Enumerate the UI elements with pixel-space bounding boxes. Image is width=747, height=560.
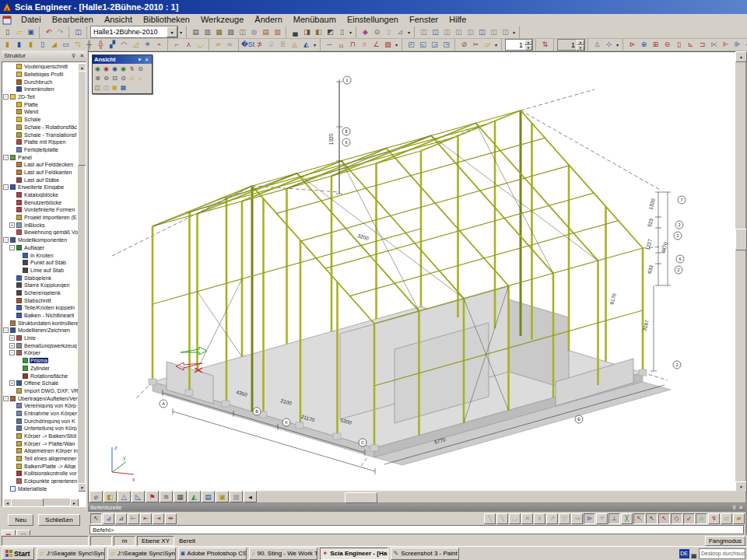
tree-item[interactable]: +Bemaßungswerkzeug xyxy=(3,341,78,349)
taskbar-task[interactable]: ✎Screenshot 3 - Paint xyxy=(391,548,459,560)
info-document-icon[interactable]: ▯ xyxy=(383,26,395,37)
draw-circle-icon[interactable]: ○ xyxy=(359,40,370,51)
zoom-all-icon[interactable]: ◉ xyxy=(93,65,102,73)
tree-item[interactable]: Rotationsfläche xyxy=(3,372,78,380)
tree-item[interactable]: +InBlocks xyxy=(3,221,78,229)
tree-item[interactable]: Linie auf Stab xyxy=(3,267,78,275)
taskbar-task[interactable]: ✦Scia Engineer - [Halle... xyxy=(320,548,388,560)
menu-einstellungen[interactable]: Einstellungen xyxy=(342,14,404,26)
tree-item[interactable]: Unterteilung von Körp xyxy=(3,425,78,432)
menu-datei[interactable]: Datei xyxy=(16,14,47,26)
snap-greencross-icon[interactable]: ╳ xyxy=(621,513,633,524)
node-snap8-icon[interactable]: ⋉ xyxy=(708,40,720,51)
node-snap5-icon[interactable]: ▯ xyxy=(673,40,685,51)
tree-item[interactable]: +Offene Schale xyxy=(3,380,78,387)
undo-icon[interactable]: ↶ xyxy=(43,26,54,37)
window-layout8-icon[interactable]: ◫ xyxy=(500,26,511,37)
language-indicator[interactable]: DE xyxy=(679,549,689,558)
view-doc-icon[interactable]: ▣ xyxy=(110,83,119,92)
load-panel-icon[interactable]: ⌐ xyxy=(171,40,183,51)
expand-icon[interactable]: + xyxy=(9,343,15,348)
dimension-view-icon[interactable]: ≋ xyxy=(160,491,173,502)
tree-item[interactable]: Allgemeinen Körper in xyxy=(3,447,78,455)
trim-left-icon[interactable]: ⇤ xyxy=(140,513,152,524)
snap-tangent-icon[interactable]: ↙ xyxy=(683,513,695,524)
collapse-icon[interactable]: − xyxy=(3,155,9,160)
menu-ansicht[interactable]: Ansicht xyxy=(99,14,138,26)
window-layout5-icon[interactable]: ◫ xyxy=(465,26,476,37)
member-check-icon[interactable]: ⍗ xyxy=(265,40,277,51)
model-viewport[interactable]: z y x 4350210021170530057706170132052312… xyxy=(88,51,735,491)
snap-ortho-icon[interactable]: ◇ xyxy=(671,513,682,524)
tree-hscroll-thumb[interactable] xyxy=(11,499,44,507)
trim-both-icon[interactable]: ⇹ xyxy=(165,513,177,524)
tree-item[interactable]: Innenknoten xyxy=(3,86,78,93)
snap-midpoint-icon[interactable]: ↖ xyxy=(646,513,658,524)
label-view-icon[interactable]: ⚑ xyxy=(146,491,159,502)
view-axis-icon[interactable]: ⊹ xyxy=(603,40,615,51)
menu-ändern[interactable]: Ändern xyxy=(249,14,287,26)
snap-line2-icon[interactable]: ╲ xyxy=(496,513,508,524)
node-snap4-icon[interactable]: ⊜ xyxy=(661,40,673,51)
pin-icon[interactable]: ⚲ xyxy=(69,51,78,60)
view-grid-icon[interactable]: ▦ xyxy=(119,83,128,92)
tree-item[interactable]: Balken - Nichtlinearit xyxy=(3,312,78,320)
menu-werkzeuge[interactable]: Werkzeuge xyxy=(195,14,249,26)
project-combo[interactable]: Halle1-2Bühne-2010▾ xyxy=(90,26,178,38)
chevron-down-icon[interactable]: ▾ xyxy=(167,26,177,37)
tree-item[interactable]: Fertigteilplatte xyxy=(3,146,78,154)
clip-plane-icon[interactable]: ↯ xyxy=(128,65,136,73)
menu-bearbeiten[interactable]: Bearbeiten xyxy=(47,14,99,26)
snap-tri-icon[interactable]: ▽ xyxy=(559,513,570,524)
ansicht-floating-toolbar[interactable]: Ansicht ▼ ✕ ◉◉◉◉↯⊙⊕⊖⊡⊙▱☼◫◫▣▦ xyxy=(92,54,153,94)
collapse-icon[interactable]: − xyxy=(3,94,9,100)
tree-item[interactable]: Beliebiges Profil xyxy=(3,71,78,79)
expand-icon[interactable]: + xyxy=(9,222,15,228)
tree-item[interactable]: −Modellkomponenten xyxy=(3,236,78,244)
tree-item[interactable]: −Körper xyxy=(3,349,78,357)
cursor-icon[interactable]: ↖ xyxy=(90,513,102,524)
view-settings-icon[interactable]: ◫ xyxy=(93,83,102,92)
collapse-icon[interactable]: − xyxy=(3,396,9,401)
tree-item[interactable]: +Linie xyxy=(3,334,78,342)
snap-cross-icon[interactable]: ✕ xyxy=(521,513,533,524)
dropdown-arrow-icon[interactable]: ▾ xyxy=(493,40,499,51)
numbering-view-icon[interactable]: ▤ xyxy=(202,491,215,502)
zoom-window-icon[interactable]: ⊡ xyxy=(110,74,119,82)
close-icon[interactable]: ✕ xyxy=(143,57,150,62)
document-table2-icon[interactable]: ▥ xyxy=(272,26,283,37)
snap-endpoint-icon[interactable]: ↖ xyxy=(633,513,645,524)
tree-item[interactable]: −Übertragen/Aufteilen/Ver xyxy=(3,394,78,402)
open-folder-icon[interactable]: ▱ xyxy=(13,26,25,37)
nodes-pair2-icon[interactable]: ∞ xyxy=(224,40,236,51)
dropdown-arrow-icon[interactable]: ▾ xyxy=(394,40,399,51)
viewpane3-icon[interactable]: ◲ xyxy=(429,40,440,51)
snap-curve-icon[interactable]: ↝ xyxy=(571,513,583,524)
xml-table-icon[interactable]: ▧ xyxy=(225,26,237,37)
tree-item[interactable]: Balken/Platte -> Allge xyxy=(3,462,78,470)
zoom-previous-icon[interactable]: ⊙ xyxy=(119,74,128,82)
draw-hatch-icon[interactable]: ▨ xyxy=(382,40,394,51)
arc-member-icon[interactable]: ◠ xyxy=(118,40,130,51)
nodes-pair-icon[interactable]: ∞ xyxy=(212,40,224,51)
new-document-icon[interactable]: ▯ xyxy=(2,26,13,37)
tree-item[interactable]: Scherengelenk xyxy=(3,289,78,297)
snap-polygon-icon[interactable]: ⌂ xyxy=(696,513,707,524)
node-snap6-icon[interactable]: ⊾ xyxy=(685,40,696,51)
struktur-panel-header[interactable]: Struktur ⚲ ✕ xyxy=(2,51,86,61)
taskbar-task[interactable]: ▱J:\Seagate Sync\SyncRe... xyxy=(107,548,176,560)
tree-item[interactable]: Wand xyxy=(3,108,78,116)
save-icon[interactable]: ▣ xyxy=(25,26,37,37)
collapse-icon[interactable]: − xyxy=(3,184,9,190)
magnifier-icon[interactable]: ⊙ xyxy=(136,65,145,73)
tree-item[interactable]: Last auf Stäbe xyxy=(3,176,78,184)
node-snap9-icon[interactable]: ⊩ xyxy=(720,40,731,51)
tree-vscroll-thumb[interactable] xyxy=(78,71,86,166)
triangle-dark-icon[interactable]: ⊿ xyxy=(115,513,127,524)
scissors-icon[interactable]: ✂ xyxy=(470,40,482,51)
draw-line-icon[interactable]: ─ xyxy=(324,40,335,51)
sphere-icon[interactable]: ◍ xyxy=(248,26,260,37)
measure-icon[interactable]: ⊿ xyxy=(395,26,406,37)
solid-box-icon[interactable]: ◧ xyxy=(103,491,117,502)
tree-item[interactable]: Stabschnitt xyxy=(3,296,78,304)
